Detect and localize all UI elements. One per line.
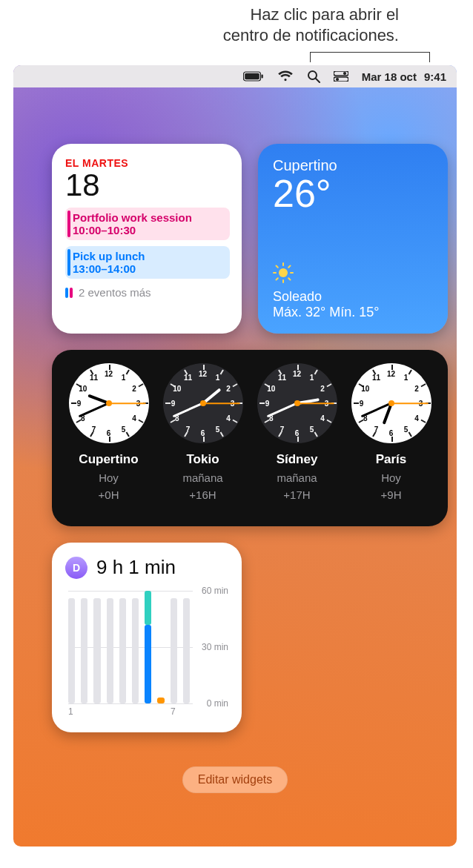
event-time: 10:00–10:30 <box>73 224 136 236</box>
clock-day: mañana <box>182 471 222 484</box>
edit-widgets-button[interactable]: Editar widgets <box>182 766 288 793</box>
callout-bracket <box>310 52 430 62</box>
y-label: 30 min <box>202 642 228 652</box>
callout-annotation: Haz clic para abrir el centro de notific… <box>0 0 473 65</box>
weather-hilo: Máx. 32° Mín. 15° <box>273 305 433 320</box>
svg-point-6 <box>343 72 346 75</box>
notification-center-widgets: EL MARTES 18 Portfolio work session 10:0… <box>52 144 448 732</box>
macos-desktop: Mar 18 oct 9:41 EL MARTES 18 Portfolio w… <box>13 65 457 847</box>
svg-line-14 <box>277 266 278 268</box>
clock-face: 121234567891011 <box>69 363 149 443</box>
callout-line1: Haz clic para abrir el <box>0 4 399 25</box>
chart-bar <box>107 598 113 703</box>
svg-point-8 <box>336 78 339 81</box>
svg-line-17 <box>277 278 278 279</box>
y-label: 0 min <box>207 698 228 709</box>
chart-bar <box>119 598 126 703</box>
calendar-event[interactable]: Portfolio work session 10:00–10:30 <box>65 208 230 240</box>
screentime-chart: 60 min 30 min 0 min 1 7 <box>65 588 228 714</box>
menubar-date: Mar 18 oct <box>362 70 417 83</box>
chart-bar <box>68 598 75 703</box>
calendar-events: Portfolio work session 10:00–10:30 Pick … <box>65 208 230 279</box>
svg-line-15 <box>288 278 290 279</box>
avatar: D <box>65 557 87 579</box>
clock-face: 121234567891011 <box>163 363 243 443</box>
screentime-widget[interactable]: D 9 h 1 min 60 min 30 min 0 min 1 7 <box>52 543 242 732</box>
svg-point-9 <box>279 268 288 277</box>
clock-city: París <box>376 452 407 467</box>
svg-line-4 <box>316 79 320 82</box>
callout-line2: centro de notificaciones. <box>0 25 399 46</box>
sun-icon <box>273 262 433 283</box>
calendar-daynum: 18 <box>65 168 230 203</box>
menubar: Mar 18 oct 9:41 <box>13 65 457 87</box>
svg-line-16 <box>288 266 290 268</box>
svg-rect-1 <box>245 73 259 80</box>
calendar-widget[interactable]: EL MARTES 18 Portfolio work session 10:0… <box>52 144 242 334</box>
y-label: 60 min <box>202 586 228 596</box>
clock-column: 121234567891011Sídneymañana+17H <box>252 363 342 516</box>
chart-bar <box>81 598 87 703</box>
x-label: 1 <box>68 706 73 717</box>
weather-condition: Soleado <box>273 289 433 305</box>
clock-offset: +16H <box>189 488 216 501</box>
battery-icon[interactable] <box>243 71 264 82</box>
clock-column: 121234567891011CupertinoHoy+0H <box>64 363 153 516</box>
control-center-icon[interactable] <box>334 71 348 82</box>
x-label: 7 <box>171 706 176 717</box>
calendar-more-label: 2 eventos más <box>79 286 151 299</box>
wifi-icon[interactable] <box>277 70 294 82</box>
clock-column: 121234567891011ParísHoy+9H <box>346 363 436 516</box>
clock-day: Hoy <box>381 471 401 484</box>
svg-rect-2 <box>261 75 262 79</box>
chart-bar <box>183 598 190 703</box>
clock-city: Cupertino <box>79 452 138 467</box>
weather-widget[interactable]: Cupertino 26° Soleado Máx. 32° Mín. 15° <box>258 144 448 334</box>
clock-offset: +17H <box>283 488 310 501</box>
menubar-datetime[interactable]: Mar 18 oct 9:41 <box>362 70 446 83</box>
clock-offset: +9H <box>381 488 402 501</box>
clock-column: 121234567891011Tokiomañana+16H <box>158 363 248 516</box>
clock-face: 121234567891011 <box>257 363 337 443</box>
calendar-event[interactable]: Pick up lunch 13:00–14:00 <box>65 246 230 279</box>
chart-bar <box>132 598 139 703</box>
clock-face: 121234567891011 <box>351 363 431 443</box>
event-title: Portfolio work session <box>73 211 224 224</box>
clock-city: Sídney <box>277 452 318 467</box>
world-clock-widget[interactable]: 121234567891011CupertinoHoy+0H1212345678… <box>52 350 448 526</box>
chart-bar <box>171 598 177 703</box>
weather-temperature: 26° <box>273 174 433 213</box>
clock-day: Hoy <box>99 471 119 484</box>
search-icon[interactable] <box>307 70 320 83</box>
chart-bar <box>93 598 100 703</box>
event-title: Pick up lunch <box>73 250 224 262</box>
clock-day: mañana <box>277 471 317 484</box>
chart-bar <box>145 591 151 703</box>
screentime-total: 9 h 1 min <box>96 556 176 579</box>
menubar-time: 9:41 <box>424 70 446 83</box>
clock-city: Tokio <box>186 452 219 467</box>
chart-bar <box>157 698 164 703</box>
calendar-more[interactable]: 2 eventos más <box>65 286 230 299</box>
event-time: 13:00–14:00 <box>73 262 136 275</box>
clock-offset: +0H <box>99 488 119 501</box>
